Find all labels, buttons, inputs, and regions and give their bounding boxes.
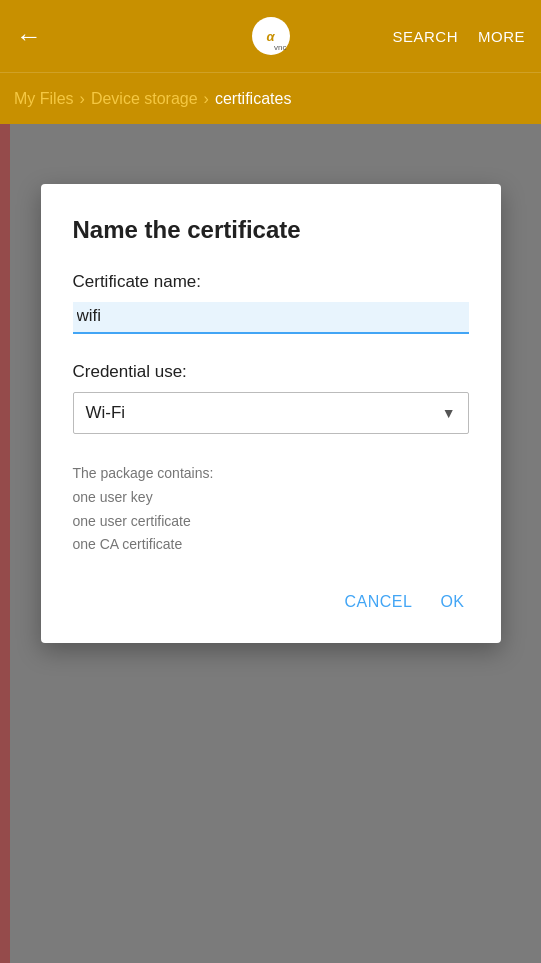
back-button[interactable]: ← xyxy=(16,21,42,52)
package-info-line3: one user certificate xyxy=(73,510,469,534)
credential-use-label: Credential use: xyxy=(73,362,469,382)
breadcrumb-chevron-2: › xyxy=(204,90,209,108)
top-bar-actions: SEARCH MORE xyxy=(392,28,525,45)
breadcrumb-devicestorage[interactable]: Device storage xyxy=(91,90,198,108)
dialog-title: Name the certificate xyxy=(73,216,469,244)
top-bar: ← α vnc SEARCH MORE xyxy=(0,0,541,72)
credential-use-dropdown[interactable]: Wi-Fi ▼ xyxy=(73,392,469,434)
content-area: Name the certificate Certificate name: C… xyxy=(0,124,541,963)
cert-name-label: Certificate name: xyxy=(73,272,469,292)
cancel-button[interactable]: CANCEL xyxy=(340,585,416,619)
app-logo: α vnc xyxy=(252,17,290,55)
more-button[interactable]: MORE xyxy=(478,28,525,45)
breadcrumb-certificates[interactable]: certificates xyxy=(215,90,291,108)
certificate-dialog: Name the certificate Certificate name: C… xyxy=(41,184,501,643)
breadcrumb: My Files › Device storage › certificates xyxy=(0,72,541,124)
cert-name-input[interactable] xyxy=(73,302,469,332)
ok-button[interactable]: OK xyxy=(436,585,468,619)
cert-name-input-wrapper xyxy=(73,302,469,334)
package-info-line4: one CA certificate xyxy=(73,533,469,557)
package-info: The package contains: one user key one u… xyxy=(73,462,469,557)
chevron-down-icon: ▼ xyxy=(442,405,456,421)
dialog-actions: CANCEL OK xyxy=(73,585,469,619)
search-button[interactable]: SEARCH xyxy=(392,28,458,45)
package-info-line1: The package contains: xyxy=(73,462,469,486)
breadcrumb-myfiles[interactable]: My Files xyxy=(14,90,74,108)
package-info-line2: one user key xyxy=(73,486,469,510)
logo-vnc-text: vnc xyxy=(274,43,286,52)
dialog-overlay: Name the certificate Certificate name: C… xyxy=(0,124,541,963)
credential-use-value: Wi-Fi xyxy=(86,403,126,423)
logo-alpha-icon: α xyxy=(266,29,274,44)
breadcrumb-chevron-1: › xyxy=(80,90,85,108)
top-bar-left: ← xyxy=(16,21,42,52)
